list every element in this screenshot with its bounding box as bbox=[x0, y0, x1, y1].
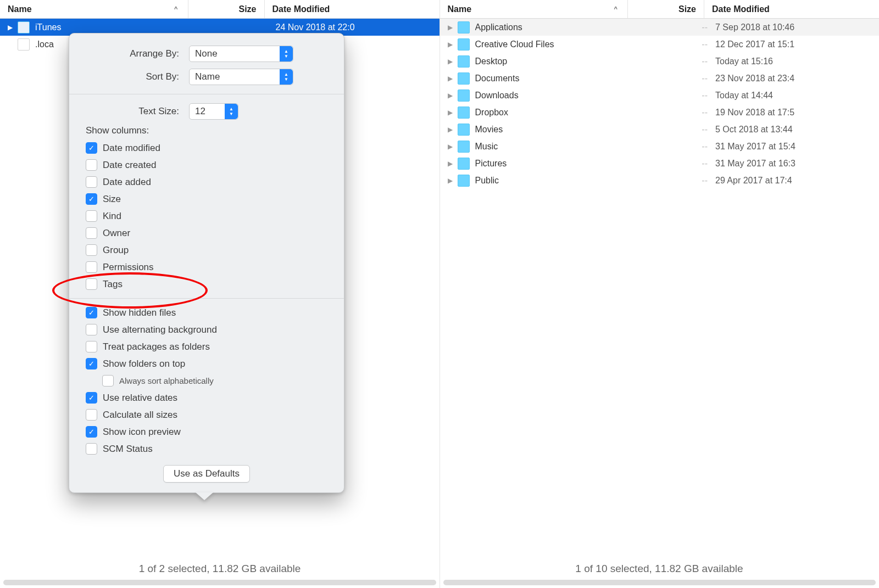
file-date: 5 Oct 2018 at 13:44 bbox=[715, 125, 879, 135]
disclosure-triangle-icon[interactable]: ▶ bbox=[448, 126, 454, 133]
option-checkbox[interactable]: Owner bbox=[69, 225, 344, 242]
disclosure-triangle-icon[interactable]: ▶ bbox=[448, 177, 454, 184]
folder-icon bbox=[458, 21, 470, 33]
file-row[interactable]: ▶Documents--23 Nov 2018 at 23:4 bbox=[440, 70, 880, 87]
option-label: Kind bbox=[103, 211, 121, 222]
file-size: -- bbox=[647, 125, 715, 135]
option-label: Permissions bbox=[103, 262, 154, 273]
checkbox-icon bbox=[86, 278, 97, 290]
file-row[interactable]: ▶Dropbox--19 Nov 2018 at 17:5 bbox=[440, 104, 880, 121]
disclosure-triangle-icon[interactable]: ▶ bbox=[448, 58, 454, 65]
option-checkbox[interactable]: ✓Use relative dates bbox=[69, 389, 344, 406]
right-pane: Name ^ Size Date Modified ▶Applications-… bbox=[440, 0, 880, 588]
checkbox-icon: ✓ bbox=[86, 307, 97, 318]
checkbox-icon: ✓ bbox=[86, 392, 97, 404]
disclosure-triangle-icon[interactable]: ▶ bbox=[448, 160, 454, 167]
file-name: iTunes bbox=[35, 23, 61, 32]
file-row[interactable]: ▶Movies--5 Oct 2018 at 13:44 bbox=[440, 121, 880, 138]
file-size: -- bbox=[647, 40, 715, 49]
disclosure-triangle-icon[interactable]: ▶ bbox=[448, 41, 454, 48]
file-row[interactable]: ▶Desktop--Today at 15:16 bbox=[440, 53, 880, 70]
sort-by-select[interactable]: Name ▲▼ bbox=[189, 69, 293, 85]
arrange-by-label: Arrange By: bbox=[69, 48, 189, 59]
right-file-list[interactable]: ▶Applications--7 Sep 2018 at 10:46▶Creat… bbox=[440, 19, 880, 577]
option-checkbox[interactable]: Group bbox=[69, 242, 344, 259]
option-checkbox[interactable]: Tags bbox=[69, 276, 344, 293]
checkbox-icon bbox=[86, 176, 97, 188]
file-name: Documents bbox=[475, 74, 520, 83]
checkbox-icon: ✓ bbox=[86, 426, 97, 438]
checkbox-icon bbox=[86, 159, 97, 171]
file-date: Today at 14:44 bbox=[715, 91, 879, 100]
option-label: SCM Status bbox=[103, 444, 153, 455]
option-checkbox[interactable]: Treat packages as folders bbox=[69, 338, 344, 355]
right-column-header[interactable]: Name ^ Size Date Modified bbox=[440, 0, 880, 19]
folder-icon bbox=[458, 124, 470, 136]
checkbox-icon bbox=[86, 324, 97, 335]
file-size: -- bbox=[647, 57, 715, 66]
always-sort-checkbox[interactable]: Always sort alphabetically bbox=[69, 372, 344, 389]
option-checkbox[interactable]: SCM Status bbox=[69, 440, 344, 457]
disclosure-triangle-icon[interactable]: ▶ bbox=[448, 92, 454, 99]
text-size-select[interactable]: 12 ▲▼ bbox=[189, 103, 238, 120]
file-row[interactable]: ▶Creative Cloud Files--12 Dec 2017 at 15… bbox=[440, 36, 880, 53]
folder-icon bbox=[458, 158, 470, 170]
folder-icon bbox=[458, 175, 470, 187]
disclosure-triangle-icon[interactable]: ▶ bbox=[448, 24, 454, 31]
folder-icon bbox=[458, 107, 470, 119]
option-checkbox[interactable]: Date added bbox=[69, 173, 344, 191]
file-date: 31 May 2017 at 15:4 bbox=[715, 142, 879, 152]
option-checkbox[interactable]: Kind bbox=[69, 208, 344, 225]
option-checkbox[interactable]: ✓Show folders on top bbox=[69, 355, 344, 372]
option-label: Use relative dates bbox=[103, 393, 177, 404]
file-row[interactable]: ▶Downloads--Today at 14:44 bbox=[440, 87, 880, 104]
file-size: -- bbox=[647, 23, 715, 32]
option-checkbox[interactable]: ✓Size bbox=[69, 191, 344, 208]
stepper-icon: ▲▼ bbox=[280, 69, 293, 85]
disclosure-triangle-icon[interactable]: ▶ bbox=[448, 109, 454, 116]
sort-by-label: Sort By: bbox=[69, 71, 189, 82]
option-label: Size bbox=[103, 194, 121, 205]
option-checkbox[interactable]: ✓Date modified bbox=[69, 139, 344, 156]
checkbox-icon bbox=[86, 210, 97, 222]
folder-icon bbox=[458, 55, 470, 68]
file-name: .loca bbox=[35, 40, 54, 49]
disclosure-triangle-icon[interactable]: ▶ bbox=[448, 143, 454, 150]
checkbox-icon bbox=[102, 375, 114, 387]
option-checkbox[interactable]: ✓Show icon preview bbox=[69, 423, 344, 440]
file-row[interactable]: ▶Applications--7 Sep 2018 at 10:46 bbox=[440, 19, 880, 36]
file-row[interactable]: ▶Pictures--31 May 2017 at 16:3 bbox=[440, 155, 880, 172]
option-checkbox[interactable]: Use alternating background bbox=[69, 321, 344, 338]
file-size: -- bbox=[647, 142, 715, 152]
file-name: Movies bbox=[475, 125, 503, 135]
option-checkbox[interactable]: Date created bbox=[69, 156, 344, 173]
file-name: Music bbox=[475, 142, 498, 152]
option-label: Owner bbox=[103, 228, 130, 239]
file-name: Downloads bbox=[475, 91, 519, 100]
file-date: 31 May 2017 at 16:3 bbox=[715, 159, 879, 169]
option-checkbox[interactable]: Calculate all sizes bbox=[69, 406, 344, 423]
disclosure-triangle-icon[interactable]: ▶ bbox=[448, 75, 454, 82]
arrange-by-select[interactable]: None ▲▼ bbox=[189, 46, 293, 62]
file-size: -- bbox=[647, 74, 715, 83]
left-column-header[interactable]: Name ^ Size Date Modified bbox=[0, 0, 439, 19]
checkbox-icon bbox=[86, 409, 97, 421]
file-size: -- bbox=[647, 108, 715, 117]
file-row[interactable]: ▶Public--29 Apr 2017 at 17:4 bbox=[440, 172, 880, 189]
file-size: -- bbox=[647, 176, 715, 186]
disclosure-triangle-icon[interactable]: ▶ bbox=[8, 24, 14, 31]
stepper-icon: ▲▼ bbox=[225, 104, 238, 119]
file-name: Pictures bbox=[475, 159, 507, 169]
checkbox-icon bbox=[86, 244, 97, 256]
option-checkbox[interactable]: ✓Show hidden files bbox=[69, 304, 344, 321]
use-as-defaults-button[interactable]: Use as Defaults bbox=[163, 465, 250, 483]
file-date: 19 Nov 2018 at 17:5 bbox=[715, 108, 879, 117]
file-row[interactable]: ▶Music--31 May 2017 at 15:4 bbox=[440, 138, 880, 155]
file-date: 29 Apr 2017 at 17:4 bbox=[715, 176, 879, 186]
checkbox-icon bbox=[86, 227, 97, 239]
folder-icon bbox=[458, 72, 470, 85]
option-checkbox[interactable]: Permissions bbox=[69, 259, 344, 276]
text-size-label: Text Size: bbox=[69, 106, 189, 117]
folder-icon bbox=[18, 21, 30, 33]
file-size: -- bbox=[647, 159, 715, 169]
